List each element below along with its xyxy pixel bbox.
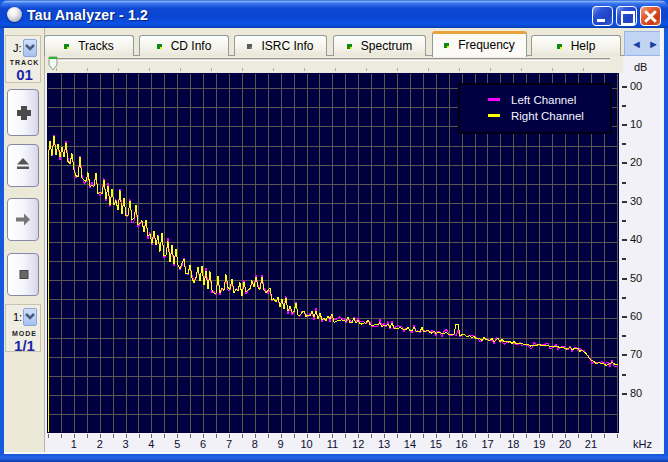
svg-text:Right Channel: Right Channel [511,110,584,122]
svg-text:Left Channel: Left Channel [511,94,576,106]
